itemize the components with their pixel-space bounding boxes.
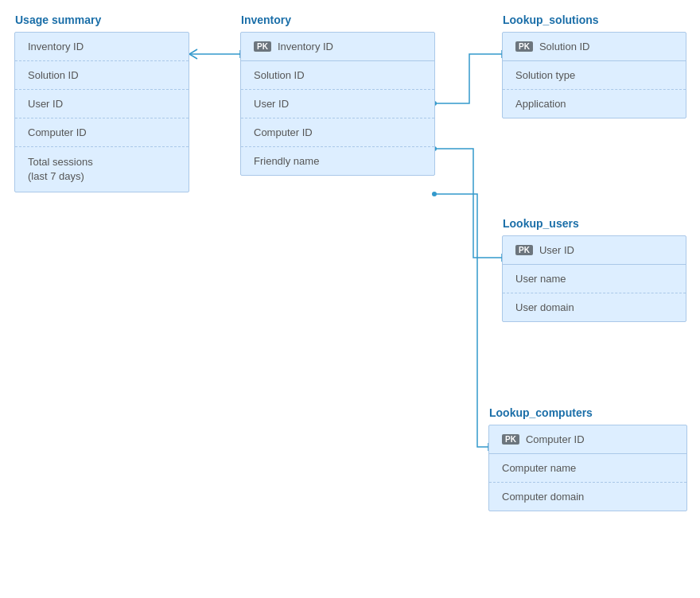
lookup-users-table: Lookup_users PK User ID User name User d… <box>502 235 686 322</box>
inventory-computer-id: Computer ID <box>241 118 434 147</box>
lookup-computers-title: Lookup_computers <box>489 406 593 419</box>
usage-summary-table: Usage summary Inventory ID Solution ID U… <box>14 32 189 192</box>
inventory-user-id: User ID <box>241 90 434 118</box>
lookup-users-user-name: User name <box>503 265 686 293</box>
lookup-users-user-domain: User domain <box>503 293 686 321</box>
lookup-solutions-solution-type: Solution type <box>503 61 686 90</box>
inventory-solution-id: Solution ID <box>241 61 434 90</box>
pk-badge-inventory-id: PK <box>254 41 271 52</box>
lookup-users-title: Lookup_users <box>503 217 579 230</box>
lookup-solutions-table: Lookup_solutions PK Solution ID Solution… <box>502 32 686 118</box>
lookup-solutions-title: Lookup_solutions <box>503 14 599 26</box>
usage-summary-user-id: User ID <box>15 90 189 118</box>
usage-summary-inventory-id: Inventory ID <box>15 33 189 61</box>
usage-summary-title: Usage summary <box>15 14 101 26</box>
pk-badge-user-id: PK <box>515 245 533 255</box>
lookup-computers-computer-name: Computer name <box>489 454 686 483</box>
usage-summary-solution-id: Solution ID <box>15 61 189 90</box>
inventory-title: Inventory <box>241 14 291 26</box>
inventory-inventory-id: PK Inventory ID <box>241 33 434 61</box>
lookup-computers-computer-domain: Computer domain <box>489 483 686 511</box>
inventory-friendly-name: Friendly name <box>241 147 434 175</box>
pk-badge-computer-id: PK <box>502 434 519 445</box>
diagram-container: Usage summary Inventory ID Solution ID U… <box>0 0 700 598</box>
usage-summary-computer-id: Computer ID <box>15 118 189 147</box>
inventory-table: Inventory PK Inventory ID Solution ID Us… <box>240 32 435 176</box>
lookup-solutions-application: Application <box>503 90 686 118</box>
lookup-computers-computer-id: PK Computer ID <box>489 425 686 454</box>
svg-point-7 <box>432 192 437 196</box>
lookup-solutions-solution-id: PK Solution ID <box>503 33 686 61</box>
lookup-users-user-id: PK User ID <box>503 236 686 265</box>
pk-badge-solution-id: PK <box>515 41 533 52</box>
usage-summary-total-sessions: Total sessions(last 7 days) <box>15 147 189 192</box>
lookup-computers-table: Lookup_computers PK Computer ID Computer… <box>488 425 687 511</box>
